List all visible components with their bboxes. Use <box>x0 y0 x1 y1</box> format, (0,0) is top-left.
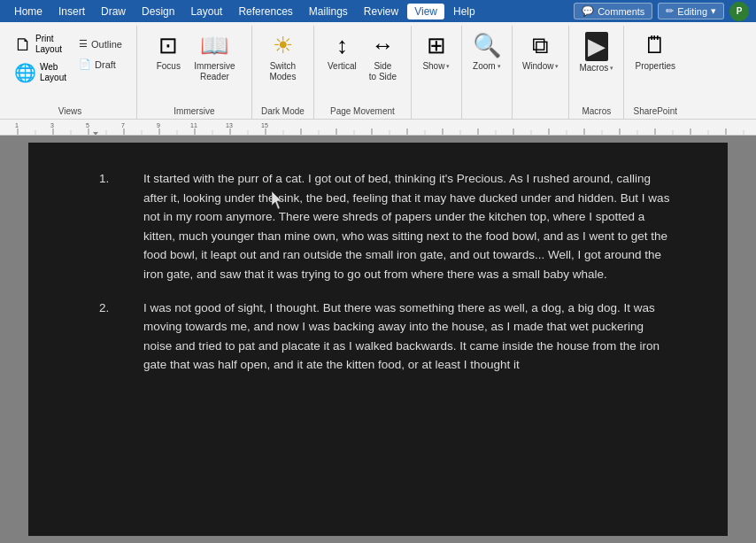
macros-group-label: Macros <box>575 105 618 119</box>
ribbon: 🗋 Print Layout 🌐 Web Layout ☰ <box>0 22 756 120</box>
ruler-inner: 1 3 5 7 9 11 13 15 <box>0 120 756 135</box>
show-group-label <box>417 114 456 119</box>
ribbon-group-pagemovement: ↕ Vertical ↔ Side to Side Page Movement <box>314 26 412 119</box>
darkmode-group-label: Dark Mode <box>258 105 308 119</box>
side-to-side-icon: ↔ <box>371 32 394 59</box>
immersive-group-label: Immersive <box>143 105 246 119</box>
menu-insert[interactable]: Insert <box>51 4 92 19</box>
vertical-icon: ↕ <box>336 32 348 59</box>
document-page[interactable]: 1. It started with the purr of a cat. I … <box>28 143 728 536</box>
svg-text:13: 13 <box>226 122 233 128</box>
properties-button[interactable]: 🗒 Properties <box>630 29 680 74</box>
document-area: 1. It started with the purr of a cat. I … <box>0 136 756 543</box>
macros-button[interactable]: ▶ Macros ▾ <box>575 29 618 76</box>
ribbon-group-darkmode: ☀ Switch Modes Dark Mode <box>252 26 314 119</box>
menu-references[interactable]: References <box>231 4 299 19</box>
menu-view[interactable]: View <box>407 4 444 19</box>
web-layout-icon: 🌐 <box>14 62 36 83</box>
side-to-side-button[interactable]: ↔ Side to Side <box>363 29 402 85</box>
menu-home[interactable]: Home <box>7 4 50 19</box>
zoom-group-label <box>467 114 506 119</box>
outline-icon: ☰ <box>79 38 88 50</box>
list-item-text-1: It started with the purr of a cat. I got… <box>143 169 675 284</box>
web-layout-button[interactable]: 🌐 Web Layout <box>9 59 72 86</box>
comment-icon: 💬 <box>582 5 594 17</box>
immersive-reader-button[interactable]: 📖 Immersive Reader <box>189 29 239 85</box>
sharepoint-group-label: SharePoint <box>629 105 681 119</box>
draft-label: Draft <box>95 59 116 70</box>
views-group-label: Views <box>9 105 131 119</box>
web-layout-label-line2: Layout <box>40 73 66 83</box>
draft-button[interactable]: 📄 Draft <box>73 57 127 72</box>
menu-design[interactable]: Design <box>135 4 181 19</box>
immersive-reader-icon: 📖 <box>200 32 228 59</box>
outline-label: Outline <box>91 39 122 50</box>
menu-mailings[interactable]: Mailings <box>302 4 355 19</box>
zoom-icon: 🔍 <box>473 32 501 59</box>
focus-icon: ⊡ <box>158 32 178 59</box>
print-layout-icon: 🗋 <box>14 35 32 55</box>
macros-icon: ▶ <box>585 32 608 61</box>
window-dropdown-icon: ▾ <box>555 63 559 70</box>
comments-label: Comments <box>598 6 644 17</box>
print-layout-label-line2: Layout <box>35 44 62 55</box>
ribbon-group-window: ⧉ Window ▾ <box>513 26 570 119</box>
ribbon-group-zoom: 🔍 Zoom ▾ <box>462 26 513 119</box>
switch-modes-button[interactable]: ☀ Switch Modes <box>263 29 302 85</box>
macros-dropdown-icon: ▾ <box>610 65 613 72</box>
print-layout-button[interactable]: 🗋 Print Layout <box>9 31 72 58</box>
window-button[interactable]: ⧉ Window ▾ <box>518 29 564 74</box>
menu-bar-right: 💬 Comments ✏ Editing ▾ P <box>574 2 749 21</box>
zoom-button[interactable]: 🔍 Zoom ▾ <box>467 29 506 74</box>
svg-text:7: 7 <box>121 122 125 128</box>
show-icon: ⊞ <box>427 32 446 59</box>
vertical-label: Vertical <box>328 61 357 72</box>
svg-text:11: 11 <box>190 122 197 128</box>
window-group-label <box>518 114 564 119</box>
side-to-side-label: Side to Side <box>369 61 397 82</box>
ruler: 1 3 5 7 9 11 13 15 <box>0 120 756 136</box>
menu-draw[interactable]: Draw <box>94 4 133 19</box>
chevron-down-icon: ▾ <box>711 5 716 17</box>
document-list: 1. It started with the purr of a cat. I … <box>81 169 675 375</box>
ribbon-group-views: 🗋 Print Layout 🌐 Web Layout ☰ <box>4 26 137 119</box>
list-item-text-2: I was not good of sight, I thought. But … <box>143 299 675 375</box>
properties-icon: 🗒 <box>644 32 667 59</box>
svg-text:3: 3 <box>50 122 54 128</box>
comments-button[interactable]: 💬 Comments <box>574 3 652 19</box>
menu-help[interactable]: Help <box>446 4 482 19</box>
switch-modes-icon: ☀ <box>273 32 293 59</box>
draft-icon: 📄 <box>79 58 91 70</box>
editing-label: Editing <box>677 6 707 17</box>
outline-button[interactable]: ☰ Outline <box>73 36 127 51</box>
properties-label: Properties <box>635 61 675 72</box>
focus-label: Focus <box>157 61 181 72</box>
vertical-button[interactable]: ↕ Vertical <box>322 29 361 74</box>
macros-label: Macros <box>579 63 608 74</box>
focus-button[interactable]: ⊡ Focus <box>149 29 188 74</box>
profile-button[interactable]: P <box>729 2 749 21</box>
pencil-icon: ✏ <box>666 5 674 17</box>
show-button[interactable]: ⊞ Show ▾ <box>417 29 456 74</box>
list-item: 2. I was not good of sight, I thought. B… <box>99 299 675 375</box>
list-item-number-2: 2. <box>99 299 117 375</box>
switch-modes-label: Switch Modes <box>269 61 296 82</box>
list-item-number-1: 1. <box>99 169 117 284</box>
menu-bar: Home Insert Draw Design Layout Reference… <box>0 0 756 22</box>
profile-initials: P <box>737 6 743 16</box>
menu-review[interactable]: Review <box>357 4 405 19</box>
pagemovement-group-label: Page Movement <box>320 105 405 119</box>
list-item: 1. It started with the purr of a cat. I … <box>99 169 675 284</box>
ribbon-group-immersive: ⊡ Focus 📖 Immersive Reader Immersive <box>137 26 252 119</box>
editing-button[interactable]: ✏ Editing ▾ <box>658 3 724 19</box>
svg-rect-0 <box>0 120 756 136</box>
zoom-label: Zoom <box>473 61 496 72</box>
show-label: Show <box>422 61 444 72</box>
zoom-dropdown-icon: ▾ <box>498 63 501 70</box>
immersive-reader-label: Immersive Reader <box>194 61 235 82</box>
svg-text:5: 5 <box>86 122 89 128</box>
svg-text:15: 15 <box>261 122 268 128</box>
window-icon: ⧉ <box>532 32 549 59</box>
menu-layout[interactable]: Layout <box>183 4 229 19</box>
svg-text:1: 1 <box>15 122 19 128</box>
